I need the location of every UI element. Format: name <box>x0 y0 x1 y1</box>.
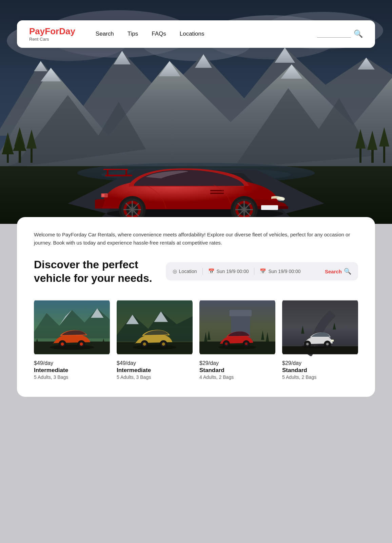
date2-label: Sun 19/9 00:00 <box>268 269 300 274</box>
nav-search-input[interactable] <box>317 30 351 38</box>
svg-point-95 <box>143 343 146 346</box>
svg-rect-69 <box>102 194 104 197</box>
svg-rect-72 <box>103 169 128 170</box>
logo-pay: PayFor <box>29 26 59 36</box>
search-button-label: Search <box>325 269 342 274</box>
discover-row: Discover the perfect vehicle for your ne… <box>34 258 358 285</box>
divider-2 <box>254 268 254 275</box>
nav-tips-link[interactable]: Tips <box>128 31 138 37</box>
svg-rect-71 <box>261 205 278 210</box>
search-button[interactable]: Search 🔍 <box>325 268 351 275</box>
location-field[interactable]: ◎ Location <box>173 268 197 274</box>
logo: PayForDay Rent Cars <box>29 26 75 42</box>
navbar: PayForDay Rent Cars Search Tips FAQs Loc… <box>17 20 375 48</box>
svg-point-126 <box>331 340 334 342</box>
svg-point-83 <box>61 343 64 346</box>
svg-point-121 <box>306 343 309 345</box>
car-specs-0: 5 Adults, 3 Bags <box>34 374 110 380</box>
heading-line2: vehicle for your needs. <box>34 272 152 284</box>
car-image-0 <box>34 298 110 356</box>
car-price-1: $49/day <box>117 360 193 366</box>
svg-point-124 <box>326 343 329 345</box>
car-price-3: $29/day <box>282 360 358 366</box>
nav-links: Search Tips FAQs Locations <box>96 31 317 37</box>
car-name-3: Standard <box>282 367 358 374</box>
date2-field[interactable]: 📅 Sun 19/9 00:00 <box>260 268 300 274</box>
logo-subtitle: Rent Cars <box>29 37 75 42</box>
svg-point-113 <box>245 343 247 345</box>
svg-rect-70 <box>244 186 252 191</box>
nav-locations-link[interactable]: Locations <box>180 31 204 37</box>
svg-point-80 <box>50 345 94 350</box>
car-specs-3: 5 Adults, 2 Bags <box>282 374 358 380</box>
heading-line1: Discover the perfect <box>34 258 138 271</box>
svg-point-86 <box>80 343 83 346</box>
svg-point-92 <box>133 345 176 350</box>
car-image-2 <box>199 298 275 356</box>
car-grid: $49/day Intermediate 5 Adults, 3 Bags <box>34 298 358 380</box>
logo-text: PayForDay <box>29 26 75 36</box>
welcome-text: Welcome to PayForday Car Rentals, where … <box>34 231 358 247</box>
car-specs-2: 4 Adults, 2 Bags <box>199 374 275 380</box>
svg-point-110 <box>225 343 228 345</box>
logo-day: Day <box>59 26 75 36</box>
svg-point-67 <box>277 197 285 201</box>
search-button-icon: 🔍 <box>344 268 351 275</box>
svg-rect-43 <box>107 170 109 176</box>
date1-field[interactable]: 📅 Sun 19/9 00:00 <box>208 268 249 274</box>
search-bar: ◎ Location 📅 Sun 19/9 00:00 📅 Sun 19/9 0… <box>166 262 358 280</box>
location-icon: ◎ <box>173 268 177 274</box>
car-image-1 <box>117 298 193 356</box>
car-specs-1: 5 Adults, 3 Bags <box>117 374 193 380</box>
car-name-0: Intermediate <box>34 367 110 374</box>
divider-1 <box>202 268 203 275</box>
nav-search-wrap: 🔍 <box>317 30 363 38</box>
svg-rect-44 <box>125 170 127 176</box>
calendar1-icon: 📅 <box>208 268 215 274</box>
svg-point-98 <box>162 343 165 346</box>
discover-heading: Discover the perfect vehicle for your ne… <box>34 258 152 285</box>
nav-faqs-link[interactable]: FAQs <box>152 31 166 37</box>
location-label: Location <box>179 269 197 274</box>
calendar2-icon: 📅 <box>260 268 266 274</box>
svg-rect-47 <box>210 193 224 194</box>
car-name-2: Standard <box>199 367 275 374</box>
car-price-0: $49/day <box>34 360 110 366</box>
car-card-1[interactable]: $49/day Intermediate 5 Adults, 3 Bags <box>117 298 193 380</box>
car-name-1: Intermediate <box>117 367 193 374</box>
car-price-2: $29/day <box>199 360 275 366</box>
car-card-3[interactable]: $29/day Standard 5 Adults, 2 Bags <box>282 298 358 380</box>
svg-rect-101 <box>230 310 252 316</box>
content-panel: Welcome to PayForday Car Rentals, where … <box>17 217 375 397</box>
car-image-3 <box>282 298 358 356</box>
svg-rect-42 <box>105 175 132 176</box>
nav-search-link[interactable]: Search <box>96 31 114 37</box>
date1-label: Sun 19/9 00:00 <box>217 269 249 274</box>
car-card-0[interactable]: $49/day Intermediate 5 Adults, 3 Bags <box>34 298 110 380</box>
nav-search-icon[interactable]: 🔍 <box>354 30 363 38</box>
car-card-2[interactable]: $29/day Standard 4 Adults, 2 Bags <box>199 298 275 380</box>
